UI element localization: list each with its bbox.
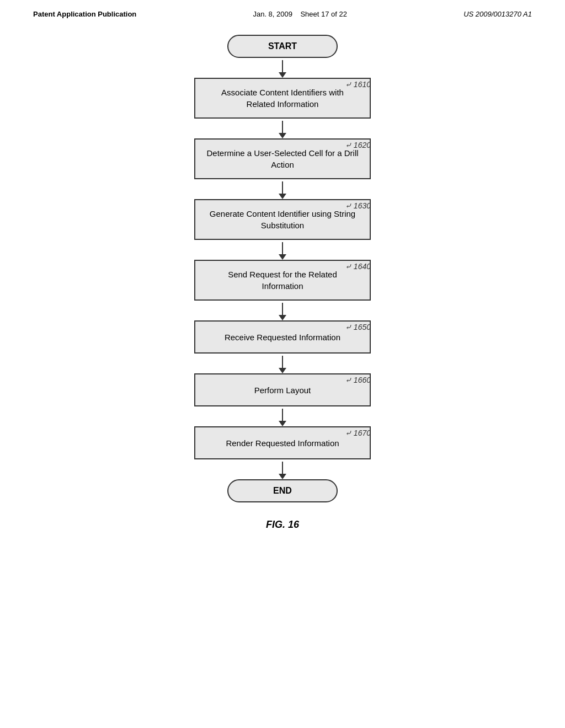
ref-1650: ⤶ 1650 (345, 323, 371, 331)
header-date-sheet: Jan. 8, 2009 Sheet 17 of 22 (253, 10, 347, 18)
step-wrapper-1670: Render Requested Information ⤶ 1670 (167, 426, 398, 459)
arrow-head-2 (279, 133, 286, 138)
step-wrapper-1610: Associate Content Identifiers with Relat… (167, 78, 398, 119)
arrow-head-5 (279, 315, 286, 320)
arrow-7 (167, 406, 398, 426)
header-patent-number: US 2009/0013270 A1 (463, 10, 532, 18)
arrow-5 (167, 301, 398, 320)
step-wrapper-1650: Receive Requested Information ⤶ 1650 (167, 320, 398, 354)
header-date: Jan. 8, 2009 (253, 10, 292, 18)
arrow-2 (167, 119, 398, 138)
arrow-head-7 (279, 421, 286, 426)
flowchart: START Associate Content Identifiers with… (167, 35, 398, 502)
ref-1640: ⤶ 1640 (345, 262, 371, 271)
step-wrapper-1620: Determine a User-Selected Cell for a Dri… (167, 138, 398, 179)
arrow-head-8 (279, 474, 286, 479)
page-header: Patent Application Publication Jan. 8, 2… (0, 0, 565, 24)
start-node: START (227, 35, 338, 58)
arrow-head-4 (279, 254, 286, 260)
end-node: END (227, 479, 338, 502)
ref-1630: ⤶ 1630 (345, 201, 371, 210)
figure-caption: FIG. 16 (266, 519, 299, 531)
step-wrapper-1660: Perform Layout ⤶ 1660 (167, 373, 398, 406)
arrow-4 (167, 240, 398, 260)
arrow-head-6 (279, 368, 286, 373)
step-wrapper-1640: Send Request for the Related Information… (167, 260, 398, 301)
header-sheet: Sheet 17 of 22 (300, 10, 347, 18)
ref-1660: ⤶ 1660 (345, 376, 371, 384)
arrow-head-1 (279, 72, 286, 78)
diagram-container: START Associate Content Identifiers with… (0, 24, 565, 547)
step-wrapper-1630: Generate Content Identifier using String… (167, 199, 398, 240)
ref-1610: ⤶ 1610 (345, 80, 371, 89)
arrow-head-3 (279, 194, 286, 199)
ref-1620: ⤶ 1620 (345, 141, 371, 149)
arrow-3 (167, 179, 398, 199)
arrow-6 (167, 354, 398, 373)
arrow-8 (167, 459, 398, 479)
arrow-1 (167, 58, 398, 78)
ref-1670: ⤶ 1670 (345, 429, 371, 437)
header-publication-label: Patent Application Publication (33, 10, 136, 18)
